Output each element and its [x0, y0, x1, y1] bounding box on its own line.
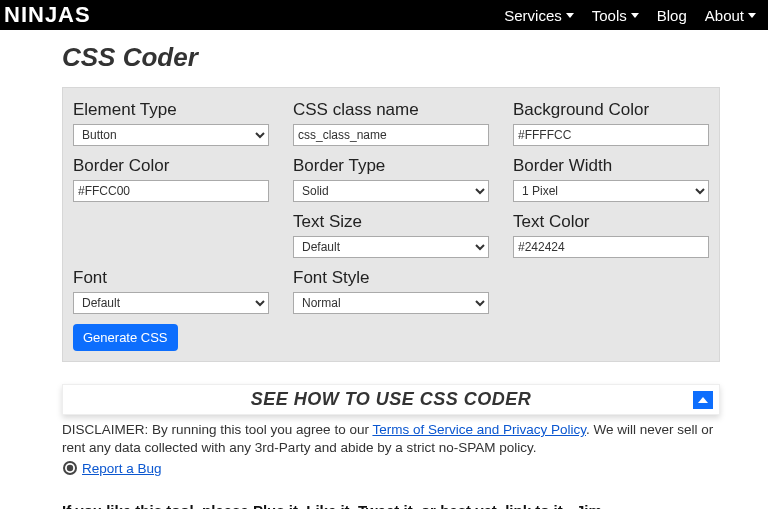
select-element-type[interactable]: Button — [73, 124, 269, 146]
nav-item-label: Blog — [657, 7, 687, 24]
input-border-color[interactable] — [73, 180, 269, 202]
input-background-color[interactable] — [513, 124, 709, 146]
nav-item-blog[interactable]: Blog — [657, 7, 687, 24]
page-body: CSS Coder Element Type CSS class name Ba… — [0, 30, 768, 509]
select-border-type[interactable]: Solid — [293, 180, 489, 202]
terms-link[interactable]: Terms of Service and Privacy Policy — [372, 422, 586, 437]
see-how-toggle-button[interactable] — [693, 391, 713, 409]
brand-logo[interactable]: NINJAS — [0, 2, 91, 28]
chevron-up-icon — [698, 397, 708, 403]
input-text-color[interactable] — [513, 236, 709, 258]
top-nav: NINJAS Services Tools Blog About — [0, 0, 768, 30]
label-css-class-name: CSS class name — [293, 98, 489, 122]
disclaimer-text: DISCLAIMER: By running this tool you agr… — [62, 421, 720, 457]
generate-css-button[interactable]: Generate CSS — [73, 324, 178, 351]
chevron-down-icon — [566, 13, 574, 18]
label-font: Font — [73, 266, 269, 290]
label-border-color: Border Color — [73, 154, 269, 178]
label-element-type: Element Type — [73, 98, 269, 122]
label-border-width: Border Width — [513, 154, 709, 178]
nav-item-label: Services — [504, 7, 562, 24]
page-title: CSS Coder — [62, 42, 720, 73]
chevron-down-icon — [631, 13, 639, 18]
nav-item-label: About — [705, 7, 744, 24]
select-font-style[interactable]: Normal — [293, 292, 489, 314]
label-text-color: Text Color — [513, 210, 709, 234]
input-css-class-name[interactable] — [293, 124, 489, 146]
disclaimer-prefix: DISCLAIMER: By running this tool you agr… — [62, 422, 372, 437]
like-line: If you like this tool, please Plus it, L… — [62, 502, 720, 509]
select-font[interactable]: Default — [73, 292, 269, 314]
select-text-size[interactable]: Default — [293, 236, 489, 258]
label-font-style: Font Style — [293, 266, 489, 290]
nav-item-services[interactable]: Services — [504, 7, 574, 24]
report-bug-row: Report a Bug — [62, 460, 720, 476]
svg-point-2 — [67, 465, 73, 471]
nav-item-about[interactable]: About — [705, 7, 756, 24]
label-border-type: Border Type — [293, 154, 489, 178]
nav-item-label: Tools — [592, 7, 627, 24]
label-text-size: Text Size — [293, 210, 489, 234]
see-how-bar[interactable]: SEE HOW TO USE CSS CODER — [62, 384, 720, 415]
form-panel: Element Type CSS class name Background C… — [62, 87, 720, 362]
label-background-color: Background Color — [513, 98, 709, 122]
bug-icon — [62, 460, 78, 476]
see-how-text: SEE HOW TO USE CSS CODER — [251, 389, 532, 410]
select-border-width[interactable]: 1 Pixel — [513, 180, 709, 202]
report-bug-link[interactable]: Report a Bug — [82, 461, 162, 476]
nav-item-tools[interactable]: Tools — [592, 7, 639, 24]
chevron-down-icon — [748, 13, 756, 18]
nav-links: Services Tools Blog About — [504, 7, 756, 24]
